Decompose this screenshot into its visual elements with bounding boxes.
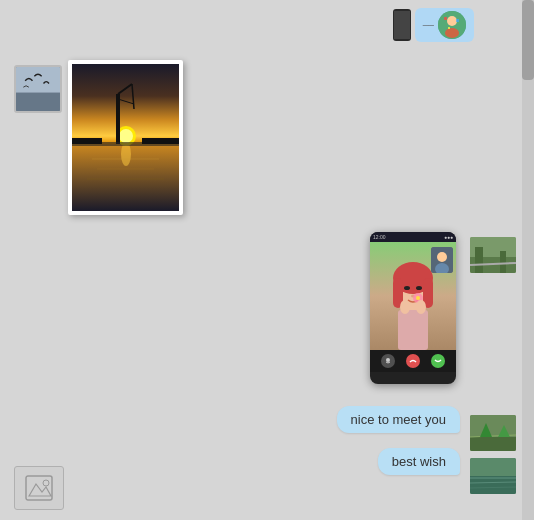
svg-rect-8 [16, 93, 60, 111]
phone-time: 12:00 [373, 234, 386, 240]
svg-point-38 [437, 252, 447, 262]
chat-bubble-nice-text: nice to meet you [351, 412, 446, 427]
svg-point-12 [119, 129, 133, 143]
svg-rect-4 [456, 19, 459, 22]
svg-point-35 [400, 300, 410, 314]
svg-rect-20 [142, 138, 179, 144]
bottom-image-placeholder[interactable] [14, 466, 64, 510]
chat-bubble-wish: best wish [378, 448, 460, 475]
svg-rect-5 [448, 27, 450, 29]
phone-mute-button[interactable] [381, 354, 395, 368]
svg-point-33 [416, 296, 420, 300]
svg-rect-46 [470, 437, 516, 451]
bird-thumbnail[interactable] [14, 65, 62, 113]
right-thumbnail-1[interactable] [470, 237, 516, 273]
top-phone-screen [394, 11, 410, 39]
svg-point-2 [445, 28, 459, 38]
svg-rect-19 [72, 138, 102, 144]
phone-signal: ●●● [444, 234, 453, 240]
chat-bubble-nice: nice to meet you [337, 406, 460, 433]
svg-point-30 [416, 286, 422, 290]
svg-rect-3 [444, 17, 447, 20]
phone-controls [370, 350, 456, 372]
svg-rect-44 [500, 251, 506, 273]
phone-call-screen [370, 242, 456, 350]
right-thumbnail-3[interactable] [470, 458, 516, 494]
svg-rect-43 [475, 247, 483, 273]
scrollbar-thumb[interactable] [522, 0, 534, 80]
phone-decline-button[interactable] [406, 354, 420, 368]
phone-answer-button[interactable] [431, 354, 445, 368]
svg-point-40 [386, 358, 390, 362]
svg-rect-14 [116, 94, 120, 144]
phone-status-bar: 12:00 ●●● [370, 232, 456, 242]
svg-point-36 [416, 300, 426, 314]
right-thumbnail-2[interactable] [470, 415, 516, 451]
top-chat-bubble: ── [415, 8, 474, 42]
svg-point-1 [447, 16, 457, 26]
svg-point-29 [404, 286, 410, 290]
svg-rect-50 [470, 476, 516, 494]
svg-point-57 [43, 480, 49, 486]
phone-small-caller [431, 247, 453, 273]
phone-screenshot: 12:00 ●●● [370, 232, 456, 384]
sunset-photo[interactable] [68, 60, 183, 215]
top-bubble-avatar [438, 11, 466, 39]
top-phone-container: ── [393, 8, 474, 42]
chat-bubble-wish-text: best wish [392, 454, 446, 469]
svg-rect-34 [398, 310, 428, 350]
svg-rect-7 [16, 67, 60, 93]
top-phone-image [393, 9, 411, 41]
scrollbar[interactable] [522, 0, 534, 520]
